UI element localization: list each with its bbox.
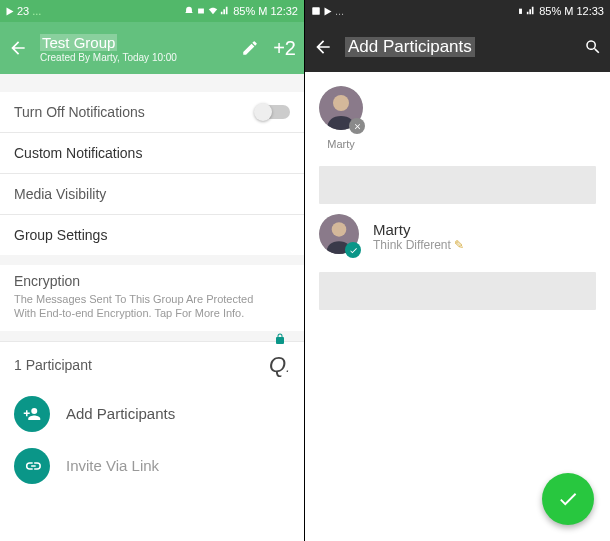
encryption-desc: The Messages Sent To This Group Are Prot…: [14, 292, 290, 321]
check-icon: [349, 246, 358, 255]
contact-row[interactable]: Marty Think Different ✎: [305, 204, 610, 268]
group-info-screen: 23 ... 85% M 12:32 Test Group Created By…: [0, 0, 305, 541]
add-header: Add Participants: [305, 22, 610, 72]
action-label: Invite Via Link: [66, 457, 159, 474]
header-title-block: Add Participants: [345, 37, 584, 57]
group-header: Test Group Created By Marty, Today 10:00…: [0, 22, 304, 74]
svg-point-5: [332, 222, 347, 237]
search-icon[interactable]: [584, 38, 602, 56]
group-title: Test Group: [40, 34, 117, 51]
close-icon: [353, 122, 362, 131]
svg-rect-1: [519, 9, 522, 14]
row-label: Turn Off Notifications: [14, 104, 145, 120]
wifi-icon: [208, 6, 218, 16]
status-bar: ... 85% M 12:33: [305, 0, 610, 22]
selected-participants: Marty: [305, 72, 610, 160]
notification-switch[interactable]: [256, 105, 290, 119]
encryption-title: Encryption: [14, 273, 290, 289]
page-title: Add Participants: [345, 37, 475, 57]
action-label: Add Participants: [66, 405, 175, 422]
image-icon: [311, 6, 321, 16]
add-participants-icon: [14, 396, 50, 432]
signal-icon: [220, 6, 230, 16]
group-settings-row[interactable]: Group Settings: [0, 215, 304, 255]
search-participants-icon[interactable]: Q.: [269, 352, 290, 378]
participants-header: 1 Participant Q.: [0, 341, 304, 388]
lock-icon: [274, 331, 286, 347]
svg-point-3: [333, 95, 349, 111]
selected-check-badge: [345, 242, 361, 258]
group-subtitle: Created By Marty, Today 10:00: [40, 52, 241, 63]
status-icons: [184, 6, 230, 16]
play-indicator-icon: [325, 7, 332, 15]
header-title-block: Test Group Created By Marty, Today 10:00: [40, 34, 241, 63]
turn-off-notifications-row[interactable]: Turn Off Notifications: [0, 92, 304, 133]
media-visibility-row[interactable]: Media Visibility: [0, 174, 304, 215]
signal-icon: [526, 6, 536, 16]
header-actions: +2: [241, 37, 296, 60]
status-right: 85% M 12:32: [184, 5, 298, 17]
selected-avatar[interactable]: [319, 86, 363, 134]
encryption-row[interactable]: Encryption The Messages Sent To This Gro…: [0, 265, 304, 331]
confirm-fab[interactable]: [542, 473, 594, 525]
status-left: ...: [311, 5, 344, 17]
more-indicator: ...: [32, 5, 41, 17]
selected-name: Marty: [319, 138, 363, 150]
status-left: 23 ...: [6, 5, 41, 17]
edit-icon[interactable]: [241, 39, 259, 57]
notif-count: 23: [17, 5, 29, 17]
back-arrow-icon[interactable]: [8, 38, 28, 58]
row-label: Group Settings: [14, 227, 107, 243]
row-label: Custom Notifications: [14, 145, 142, 161]
svg-rect-0: [312, 7, 320, 15]
add-participants-row[interactable]: Add Participants: [0, 388, 304, 440]
link-icon: [14, 448, 50, 484]
add-count[interactable]: +2: [273, 37, 296, 60]
status-icons: [517, 5, 536, 17]
battery-text: 85% M 12:33: [539, 5, 604, 17]
spacer: [0, 255, 304, 265]
row-label: Media Visibility: [14, 186, 106, 202]
contact-status: Think Different ✎: [373, 238, 596, 252]
spacer: [0, 331, 304, 341]
search-bar-placeholder[interactable]: [319, 166, 596, 204]
invite-via-link-row[interactable]: Invite Via Link: [0, 440, 304, 492]
battery-text: 85% M 12:32: [233, 5, 298, 17]
back-arrow-icon[interactable]: [313, 37, 333, 57]
vibrate-icon: [196, 6, 206, 16]
contact-info: Marty Think Different ✎: [373, 221, 596, 252]
settings-content: Turn Off Notifications Custom Notificati…: [0, 74, 304, 492]
contact-avatar: [319, 214, 359, 258]
status-bar: 23 ... 85% M 12:32: [0, 0, 304, 22]
play-indicator-icon: [7, 7, 14, 15]
check-icon: [557, 488, 579, 510]
custom-notifications-row[interactable]: Custom Notifications: [0, 133, 304, 174]
contact-name: Marty: [373, 221, 596, 238]
status-right: 85% M 12:33: [517, 5, 604, 17]
spacer: [0, 74, 304, 92]
mute-icon: [184, 6, 194, 16]
battery-icon: [517, 5, 524, 17]
more-indicator: ...: [335, 5, 344, 17]
remove-badge[interactable]: [349, 118, 365, 134]
add-participants-screen: ... 85% M 12:33 Add Participants Marty: [305, 0, 610, 541]
participant-count: 1 Participant: [14, 357, 92, 373]
list-placeholder: [319, 272, 596, 310]
